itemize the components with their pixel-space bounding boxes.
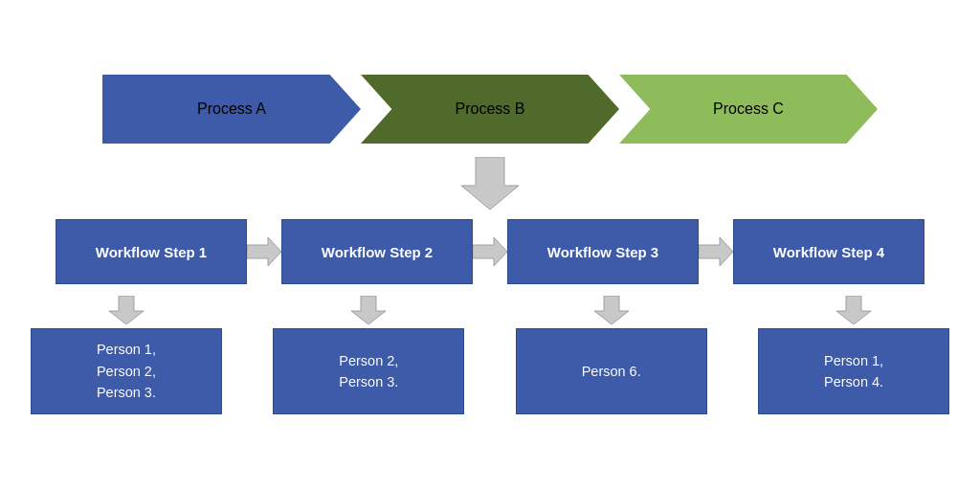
svg-marker-0 (461, 157, 519, 210)
person-box-1: Person 1,Person 2,Person 3. (31, 328, 222, 414)
process-b-chevron: Process B (361, 75, 619, 144)
person-text-2: Person 2,Person 3. (339, 350, 398, 393)
person-row: Person 1,Person 2,Person 3. Person 2,Per… (21, 292, 959, 414)
svg-marker-2 (473, 237, 507, 266)
workflow-step-3-label: Workflow Step 3 (547, 244, 658, 260)
process-row: Process A Process B Process C (102, 75, 878, 144)
svg-marker-1 (247, 237, 281, 266)
arrow-right-3 (699, 237, 733, 266)
down-arrow-1 (109, 296, 144, 324)
person-text-4: Person 1,Person 4. (824, 350, 883, 393)
workflow-step-3-box: Workflow Step 3 (507, 219, 699, 284)
person-box-3: Person 6. (516, 328, 707, 414)
svg-marker-6 (594, 296, 629, 324)
workflow-step-4-box: Workflow Step 4 (733, 219, 924, 284)
person-box-4: Person 1,Person 4. (758, 328, 949, 414)
process-a-chevron: Process A (102, 75, 361, 144)
person-text-3: Person 6. (582, 361, 641, 382)
down-arrow-3 (594, 296, 629, 324)
down-arrow-4 (836, 296, 871, 324)
svg-marker-4 (109, 296, 144, 324)
big-down-arrow (461, 157, 519, 210)
workflow-step-2-box: Workflow Step 2 (281, 219, 473, 284)
down-arrow-2 (351, 296, 386, 324)
workflow-step-2-label: Workflow Step 2 (322, 244, 433, 260)
person-col-1: Person 1,Person 2,Person 3. (21, 292, 232, 414)
arrow-right-1 (247, 237, 281, 266)
svg-marker-3 (699, 237, 733, 266)
person-col-3: Person 6. (506, 292, 717, 414)
process-b-label: Process B (456, 100, 525, 118)
person-col-4: Person 1,Person 4. (748, 292, 959, 414)
process-c-chevron: Process C (619, 75, 878, 144)
process-a-label: Process A (197, 100, 266, 118)
person-box-2: Person 2,Person 3. (273, 328, 464, 414)
diagram: Process A Process B Process C Workflow S… (21, 75, 959, 414)
process-c-label: Process C (713, 100, 784, 118)
workflow-step-1-box: Workflow Step 1 (56, 219, 247, 284)
svg-marker-7 (836, 296, 871, 324)
arrow-right-2 (473, 237, 507, 266)
workflow-step-4-label: Workflow Step 4 (773, 244, 884, 260)
workflow-step-1-label: Workflow Step 1 (96, 244, 207, 260)
workflow-row: Workflow Step 1 Workflow Step 2 Workflow… (21, 219, 959, 284)
person-col-2: Person 2,Person 3. (263, 292, 474, 414)
svg-marker-5 (351, 296, 386, 324)
person-text-1: Person 1,Person 2,Person 3. (97, 339, 156, 403)
